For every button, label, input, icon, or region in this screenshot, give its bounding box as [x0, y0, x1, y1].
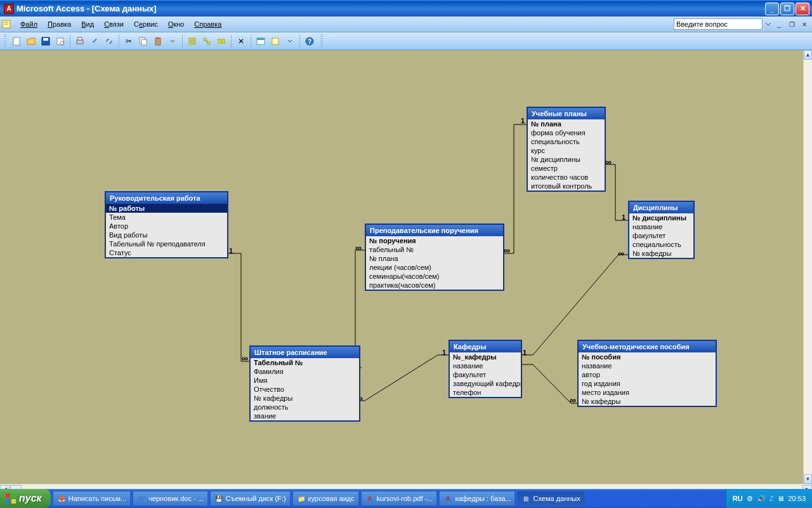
table-departments[interactable]: Кафедры №_кафедры название факультет зав… [449, 340, 522, 398]
field[interactable]: Вид работы [106, 231, 227, 239]
tray-icon[interactable]: 🔊 [757, 495, 766, 503]
field[interactable]: Отчество [251, 385, 359, 394]
paste-icon[interactable] [152, 35, 164, 48]
task-access-schema[interactable]: ⊞Схема данных [517, 491, 584, 506]
field-key[interactable]: № пособия [579, 352, 716, 361]
minimize-button[interactable]: _ [765, 3, 779, 15]
clock[interactable]: 20:53 [788, 495, 806, 502]
menu-service[interactable]: Сервис [129, 18, 163, 30]
field[interactable]: место издания [579, 388, 716, 397]
help-icon[interactable]: ? [303, 35, 316, 48]
field[interactable]: Фамилия [251, 367, 359, 376]
field[interactable]: № плана [366, 254, 503, 263]
field[interactable]: автор [579, 370, 716, 379]
menu-edit[interactable]: Правка [43, 18, 76, 30]
field[interactable]: семестр [528, 164, 605, 173]
show-direct-icon[interactable] [200, 35, 213, 48]
table-plans[interactable]: Учебные планы № плана форма обучения спе… [527, 107, 606, 192]
menu-view[interactable]: Вид [76, 18, 99, 30]
mdi-minimize-button[interactable]: _ [774, 20, 784, 29]
field[interactable]: факультет [629, 231, 693, 240]
show-all-icon[interactable] [215, 35, 228, 48]
field[interactable]: заведующий кафедры [450, 379, 521, 388]
field[interactable]: специальность [629, 240, 693, 249]
field[interactable]: количество часов [528, 173, 605, 182]
field[interactable]: практика(часов/сем) [366, 281, 503, 290]
field[interactable]: должность [251, 403, 359, 411]
tray-icon[interactable]: 🖥 [777, 495, 784, 502]
field[interactable]: курс [528, 146, 605, 155]
field[interactable]: Имя [251, 376, 359, 385]
menu-relations[interactable]: Связи [99, 18, 129, 30]
field[interactable]: звание [251, 411, 359, 420]
field-key[interactable]: № плана [528, 119, 605, 128]
relationships-canvas[interactable]: 1 ∞ ∞ 1 ∞ 1 ∞ 1 1 ∞ 1 ∞ ∞ Руководительск… [0, 50, 803, 484]
field-key[interactable]: № работы [106, 204, 227, 213]
field[interactable]: Табельный № преподавателя [106, 239, 227, 248]
maximize-button[interactable]: ❐ [780, 3, 794, 15]
field-key[interactable]: № дисциплины [629, 213, 693, 222]
table-assignments[interactable]: Преподавательские поручения № поручения … [365, 224, 504, 291]
task-firefox[interactable]: 🦊Написать письм... [53, 491, 131, 506]
dropdown-icon[interactable] [765, 21, 771, 27]
help-search-input[interactable] [674, 18, 763, 30]
field[interactable]: № кафедры [579, 397, 716, 406]
print-icon[interactable] [74, 35, 86, 48]
table-staffing[interactable]: Штатное расписание Табельный № Фамилия И… [249, 345, 360, 422]
cut-icon[interactable]: ✂ [122, 35, 135, 48]
save-icon[interactable] [39, 35, 52, 48]
scroll-up-icon[interactable]: ▲ [804, 50, 812, 60]
menu-help[interactable]: Справка [189, 18, 226, 30]
task-folder[interactable]: 📁курсовая аидс [292, 491, 359, 506]
vertical-scrollbar[interactable]: ▲ ▼ [803, 50, 812, 484]
task-word[interactable]: Wчерновик.doc - ... [133, 491, 208, 506]
copy-icon[interactable] [137, 35, 150, 48]
field[interactable]: название [579, 361, 716, 370]
table-disciplines[interactable]: Дисциплины № дисциплины название факульт… [628, 201, 695, 259]
menu-window[interactable]: Окно [163, 18, 190, 30]
spell-check-icon[interactable]: ✓ [88, 35, 101, 48]
field-key[interactable]: №_кафедры [450, 352, 521, 361]
toolbar-grip-right[interactable] [320, 34, 323, 48]
open-icon[interactable] [25, 35, 37, 48]
field[interactable]: Автор [106, 222, 227, 231]
task-drive[interactable]: 💾Съемный диск (F:) [210, 491, 291, 506]
mdi-close-button[interactable]: ✕ [799, 20, 809, 29]
field[interactable]: факультет [450, 370, 521, 379]
table-supervision[interactable]: Руководительская работа № работы Тема Ав… [105, 191, 228, 258]
print-preview-icon[interactable] [54, 35, 67, 48]
close-button[interactable]: ✕ [796, 3, 809, 15]
field[interactable]: семинары(часов/сем) [366, 272, 503, 281]
field[interactable]: специальность [528, 137, 605, 146]
toolbar-grip[interactable] [4, 34, 6, 48]
system-tray[interactable]: RU ⚙ 🔊 Z 🖥 20:53 [726, 489, 812, 508]
tray-icon[interactable]: ⚙ [747, 495, 753, 503]
paste-drop-icon[interactable] [166, 35, 179, 48]
db-window-icon[interactable] [254, 35, 267, 48]
field[interactable]: лекции (часов/сем) [366, 263, 503, 272]
field[interactable]: название [450, 361, 521, 370]
new-object-drop-icon[interactable] [284, 35, 296, 48]
field-key[interactable]: Табельный № [251, 358, 359, 367]
language-indicator[interactable]: RU [733, 495, 743, 502]
menu-file[interactable]: Файл [15, 18, 43, 30]
field-key[interactable]: № поручения [366, 236, 503, 245]
field[interactable]: телефон [450, 388, 521, 397]
field[interactable]: итоговый контроль [528, 182, 605, 190]
new-icon[interactable] [10, 35, 23, 48]
field[interactable]: год издания [579, 379, 716, 388]
table-manuals[interactable]: Учебно-методические пособия № пособия на… [577, 340, 717, 407]
mdi-restore-button[interactable]: ❐ [787, 20, 797, 29]
clear-layout-icon[interactable]: ✕ [235, 35, 247, 48]
field[interactable]: название [629, 222, 693, 231]
task-pdf[interactable]: Akursovi-rob.pdf -... [361, 491, 438, 506]
field[interactable]: № кафедры [629, 249, 693, 258]
field[interactable]: № дисциплины [528, 155, 605, 164]
link-icon[interactable] [103, 35, 115, 48]
show-table-icon[interactable] [186, 35, 199, 48]
task-access-db[interactable]: Aкафедры : база... [439, 491, 515, 506]
scroll-down-icon[interactable]: ▼ [804, 474, 812, 484]
field[interactable]: табельный № [366, 245, 503, 254]
new-object-icon[interactable] [269, 35, 282, 48]
field[interactable]: Статус [106, 248, 227, 257]
